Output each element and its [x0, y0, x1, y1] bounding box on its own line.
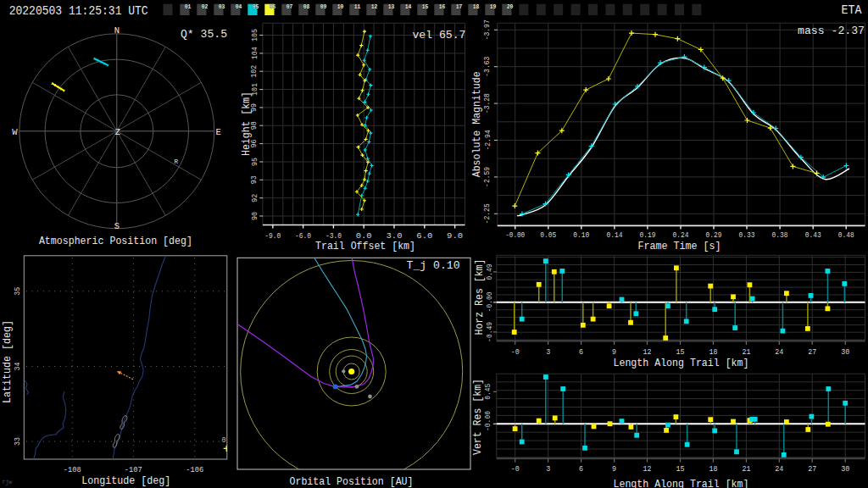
svg-text:0.48: 0.48: [838, 230, 854, 240]
svg-text:17: 17: [456, 3, 463, 10]
svg-text:Z: Z: [115, 127, 120, 137]
svg-text:11: 11: [354, 3, 361, 10]
svg-text:0.05: 0.05: [540, 230, 556, 240]
svg-text:T_j 0.10: T_j 0.10: [407, 259, 460, 272]
svg-text:20: 20: [507, 3, 514, 10]
svg-text:16: 16: [439, 3, 446, 10]
svg-text:21: 21: [742, 464, 750, 474]
svg-text:09: 09: [320, 3, 327, 10]
svg-text:Horz Res [km]: Horz Res [km]: [473, 259, 486, 336]
svg-text:18: 18: [709, 464, 717, 474]
svg-text:-0.00: -0.00: [505, 230, 525, 240]
svg-text:9: 9: [612, 464, 616, 474]
svg-text:Length Along Trail [km]: Length Along Trail [km]: [614, 357, 749, 369]
svg-text:-6.0: -6.0: [295, 231, 311, 241]
svg-text:33: 33: [13, 437, 22, 446]
svg-text:08: 08: [303, 3, 310, 10]
svg-text:92: 92: [250, 193, 259, 202]
svg-text:0.38: 0.38: [772, 230, 788, 240]
svg-text:24: 24: [775, 464, 783, 474]
svg-text:15: 15: [676, 347, 685, 357]
svg-text:0.29: 0.29: [706, 230, 722, 240]
svg-text:-3.97: -3.97: [483, 19, 492, 40]
svg-text:12: 12: [643, 464, 652, 474]
svg-text:-2.59: -2.59: [483, 167, 492, 187]
svg-text:N: N: [114, 25, 120, 36]
svg-text:21: 21: [742, 347, 750, 357]
svg-text:12: 12: [371, 3, 378, 10]
svg-text:-0: -0: [511, 347, 520, 357]
svg-text:18: 18: [473, 3, 480, 10]
svg-text:0: 0: [221, 436, 225, 445]
svg-text:-107: -107: [125, 465, 142, 474]
svg-text:30: 30: [841, 347, 849, 357]
svg-text:27: 27: [808, 464, 816, 474]
svg-text:07: 07: [287, 3, 293, 10]
svg-text:-0.49: -0.49: [485, 322, 494, 342]
svg-text:14: 14: [405, 3, 412, 10]
svg-text:6: 6: [579, 464, 583, 474]
svg-text:Height [km]: Height [km]: [240, 92, 253, 156]
svg-text:-3.28: -3.28: [483, 93, 492, 114]
svg-text:0.45: 0.45: [483, 384, 492, 400]
svg-text:-9.0: -9.0: [264, 231, 281, 241]
svg-text:Trail Offset [km]: Trail Offset [km]: [315, 240, 415, 252]
svg-text:Orbital Position [AU]: Orbital Position [AU]: [290, 475, 414, 488]
svg-text:Absolute Magnitude: Absolute Magnitude: [471, 71, 484, 177]
svg-text:-0.00: -0.00: [483, 411, 492, 431]
svg-text:04: 04: [236, 3, 242, 10]
svg-text:-0.00: -0.00: [485, 291, 494, 312]
svg-text:19: 19: [490, 3, 497, 10]
svg-text:34: 34: [13, 362, 22, 370]
svg-text:0.43: 0.43: [805, 230, 821, 240]
svg-text:12: 12: [643, 347, 652, 357]
svg-text:0.33: 0.33: [739, 230, 755, 240]
svg-text:13: 13: [388, 3, 395, 10]
svg-text:15: 15: [676, 464, 685, 474]
svg-text:01: 01: [185, 3, 192, 10]
svg-text:03: 03: [219, 3, 225, 10]
svg-text:Longitude [deg]: Longitude [deg]: [81, 474, 170, 487]
svg-text:20220503 11:25:31 UTC: 20220503 11:25:31 UTC: [9, 4, 148, 18]
svg-text:3: 3: [546, 464, 550, 474]
svg-text:0.24: 0.24: [673, 230, 689, 240]
svg-text:95: 95: [250, 158, 259, 166]
svg-text:E: E: [215, 127, 220, 137]
svg-text:ETA: ETA: [842, 3, 863, 17]
svg-text:3: 3: [546, 347, 550, 357]
svg-text:-108: -108: [64, 465, 81, 474]
svg-text:30: 30: [841, 464, 849, 474]
svg-text:Vert Res [km]: Vert Res [km]: [471, 379, 484, 455]
svg-text:105: 105: [250, 29, 259, 42]
svg-text:0.49: 0.49: [485, 263, 494, 280]
svg-text:6.0: 6.0: [416, 231, 432, 241]
svg-text:S: S: [114, 221, 120, 231]
svg-text:mass -2.37: mass -2.37: [798, 25, 865, 37]
svg-text:93: 93: [250, 175, 259, 184]
svg-text:Length Along Trail [km]: Length Along Trail [km]: [614, 478, 749, 488]
svg-text:90: 90: [250, 212, 259, 220]
svg-text:Latitude [deg]: Latitude [deg]: [1, 320, 14, 403]
svg-text:-2.94: -2.94: [483, 130, 492, 150]
svg-text:24: 24: [775, 347, 783, 357]
svg-text:18: 18: [709, 347, 717, 357]
svg-text:06: 06: [270, 3, 276, 10]
svg-text:6: 6: [579, 347, 583, 357]
svg-text:rjw: rjw: [3, 480, 13, 485]
svg-text:15: 15: [422, 3, 429, 10]
svg-text:10: 10: [337, 3, 344, 10]
svg-text:-3.63: -3.63: [483, 56, 492, 76]
svg-text:0.14: 0.14: [606, 230, 622, 240]
svg-text:-106: -106: [186, 465, 203, 474]
svg-text:W: W: [12, 127, 18, 137]
svg-text:Q* 35.5: Q* 35.5: [181, 28, 227, 41]
svg-text:9: 9: [612, 347, 616, 357]
svg-text:-2.25: -2.25: [483, 203, 492, 224]
svg-text:0.19: 0.19: [639, 230, 655, 240]
svg-text:Atmospheric Position [deg]: Atmospheric Position [deg]: [39, 235, 192, 247]
svg-text:35: 35: [13, 287, 22, 296]
svg-text:27: 27: [808, 347, 816, 357]
svg-text:05: 05: [253, 3, 259, 10]
svg-text:104: 104: [250, 47, 259, 59]
svg-text:R: R: [174, 158, 178, 165]
